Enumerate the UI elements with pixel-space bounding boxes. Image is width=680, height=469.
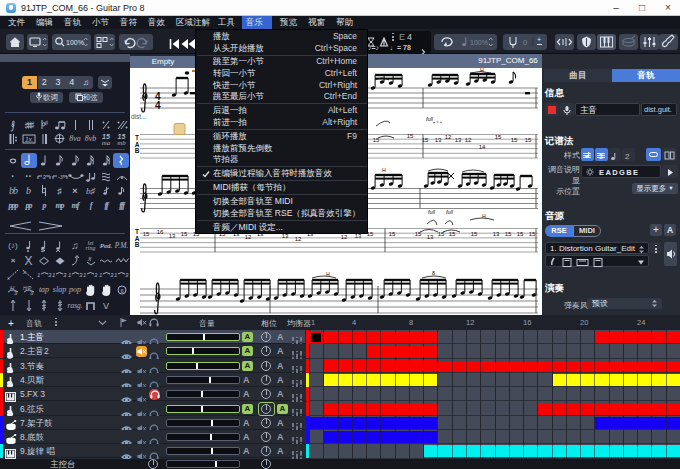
svg-text:15: 15 (517, 231, 524, 237)
svg-text:3: 3 (14, 290, 17, 295)
svg-text:full: full (426, 116, 434, 122)
svg-text:3: 3 (110, 272, 114, 278)
svg-text:15: 15 (143, 231, 150, 237)
svg-text:1: 1 (68, 272, 71, 278)
svg-text:15: 15 (495, 134, 502, 140)
svg-text:14: 14 (479, 144, 486, 150)
svg-text:1x.: 1x. (25, 136, 34, 143)
svg-text:13: 13 (427, 234, 434, 240)
svg-text:12: 12 (465, 137, 472, 143)
svg-text:12: 12 (341, 234, 348, 240)
svg-text:1: 1 (114, 272, 117, 278)
svg-text:full: full (428, 209, 436, 215)
svg-text:8: 8 (432, 270, 435, 276)
svg-text:100%: 100% (470, 39, 488, 46)
svg-text:3: 3 (43, 174, 47, 180)
svg-text:15: 15 (181, 231, 188, 237)
svg-text:13: 13 (493, 231, 500, 237)
svg-text:12: 12 (445, 134, 452, 140)
svg-text:3: 3 (48, 272, 52, 278)
svg-text:♯: ♯ (45, 120, 48, 126)
svg-text:x: x (22, 269, 27, 275)
svg-text:+: + (537, 36, 541, 43)
svg-text:15: 15 (525, 137, 532, 143)
svg-text:-3-: -3- (58, 174, 65, 180)
svg-text:x: x (7, 275, 11, 280)
svg-text:3: 3 (79, 272, 83, 278)
svg-text:0: 0 (523, 38, 527, 47)
svg-text:3: 3 (94, 272, 98, 278)
svg-text:dist...: dist... (131, 113, 147, 120)
svg-text:1: 1 (37, 272, 40, 278)
svg-text:16: 16 (157, 229, 164, 235)
svg-text:full: full (446, 209, 454, 215)
svg-text:15: 15 (449, 231, 456, 237)
svg-text:15: 15 (511, 137, 518, 143)
svg-text:1: 1 (52, 272, 55, 278)
svg-text:B: B (135, 241, 140, 248)
svg-text:B: B (135, 147, 140, 154)
svg-text:15: 15 (471, 231, 478, 237)
svg-text:15: 15 (407, 133, 414, 139)
svg-text:3: 3 (125, 272, 129, 278)
svg-text:3: 3 (30, 290, 33, 295)
svg-text:3: 3 (599, 153, 603, 160)
svg-text:15: 15 (389, 231, 396, 237)
svg-text:12: 12 (295, 236, 302, 242)
svg-text:1: 1 (83, 272, 86, 278)
svg-text:12: 12 (245, 234, 252, 240)
svg-text:13: 13 (455, 137, 462, 143)
svg-text:4: 4 (155, 100, 161, 111)
svg-text:H: H (480, 68, 484, 73)
svg-text:x: x (87, 255, 92, 262)
svg-text:3: 3 (63, 272, 67, 278)
svg-text:2: 2 (625, 152, 630, 161)
svg-text:H: H (382, 167, 386, 173)
svg-text:15: 15 (529, 231, 536, 237)
svg-text:1: 1 (99, 272, 102, 278)
svg-text:15: 15 (505, 231, 512, 237)
svg-text:6: 6 (120, 288, 124, 294)
svg-text:100%: 100% (66, 39, 84, 46)
svg-text:13: 13 (435, 137, 442, 143)
svg-text:13: 13 (169, 233, 176, 239)
